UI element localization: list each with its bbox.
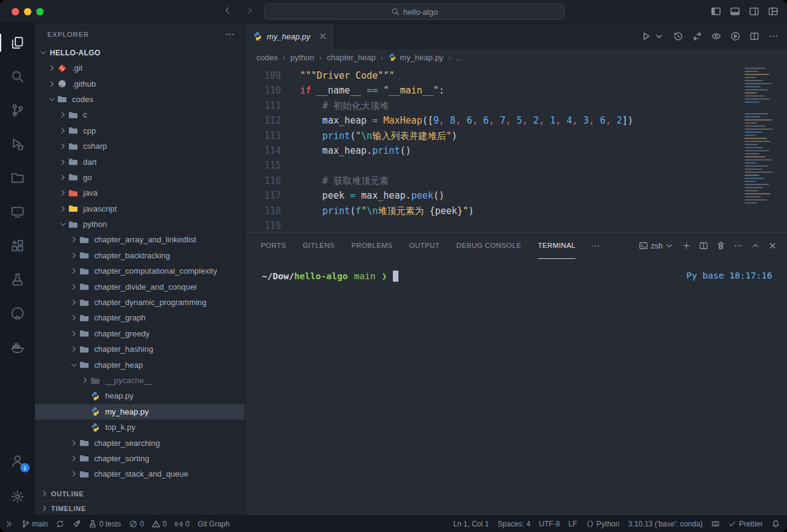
tree-item-python[interactable]: python xyxy=(35,216,245,232)
activitybar-settings[interactable] xyxy=(0,480,35,514)
tree-item-my-heap-py[interactable]: my_heap.py xyxy=(35,404,245,419)
section-timeline[interactable]: TIMELINE xyxy=(35,501,245,515)
git-sync[interactable] xyxy=(56,520,65,528)
zoom-window-button[interactable] xyxy=(36,8,44,15)
prettier[interactable]: Prettier xyxy=(728,520,762,528)
activitybar-docker[interactable] xyxy=(0,330,35,364)
activitybar-folders[interactable] xyxy=(0,161,35,195)
panel-tab-problems[interactable]: PROBLEMS xyxy=(351,232,392,259)
terminal[interactable]: ~/Dow/hello-algomain❯ Py base 18:17:16 xyxy=(245,259,787,515)
tree-item-javascript[interactable]: javascript xyxy=(35,201,245,216)
tree-item-c[interactable]: c xyxy=(35,107,245,122)
forwarded-ports[interactable]: 0 xyxy=(175,520,189,528)
problems-errors[interactable]: 0 xyxy=(129,520,144,528)
kill-terminal[interactable] xyxy=(716,241,726,250)
extension-status[interactable] xyxy=(711,520,720,528)
breadcrumb-[interactable]: ... xyxy=(456,53,462,62)
tree-item-git[interactable]: .git xyxy=(35,60,245,76)
editor-tab-my-heap-py[interactable]: my_heap.py xyxy=(245,23,335,49)
tree-item-top-k-py[interactable]: top_k.py xyxy=(35,419,245,435)
tree-item-chapter-hashing[interactable]: chapter_hashing xyxy=(35,341,245,357)
tree-item-pycache[interactable]: __pycache__ xyxy=(35,373,245,388)
activitybar-extensions[interactable] xyxy=(0,229,35,263)
minimap[interactable] xyxy=(745,68,784,205)
split-editor[interactable] xyxy=(749,31,759,41)
tree-item-cpp[interactable]: cpp xyxy=(35,123,245,138)
tree-root-hello-algo[interactable]: HELLO-ALGO xyxy=(35,45,245,60)
tree-item-go[interactable]: go xyxy=(35,170,245,185)
tree-item-chapter-dynamic-programming[interactable]: chapter_dynamic_programming xyxy=(35,295,245,310)
activitybar-remote-explorer[interactable] xyxy=(0,195,35,229)
code-editor[interactable]: 109"""Driver Code"""110if __name__ == "_… xyxy=(245,65,787,232)
more-actions[interactable] xyxy=(769,31,778,41)
language-mode[interactable]: Python xyxy=(586,520,620,528)
tree-item-chapter-heap[interactable]: chapter_heap xyxy=(35,357,245,372)
open-changes[interactable] xyxy=(692,31,702,41)
panel-tab-terminal[interactable]: TERMINAL xyxy=(538,232,575,259)
breadcrumb-chapter-heap[interactable]: chapter_heap xyxy=(326,53,376,62)
toggle-blame[interactable] xyxy=(711,31,721,41)
go-back-button[interactable] xyxy=(223,6,232,18)
activitybar-run-and-debug[interactable] xyxy=(0,127,35,161)
testing-status[interactable]: 0 tests xyxy=(89,520,121,528)
run-python-file[interactable] xyxy=(641,31,651,41)
tree-item-heap-py[interactable]: heap.py xyxy=(35,388,245,403)
command-center-search[interactable]: hello-algo xyxy=(264,4,564,20)
tree-item-csharp[interactable]: csharp xyxy=(35,138,245,154)
git-graph[interactable]: Git Graph xyxy=(197,520,229,528)
go-forward-button[interactable] xyxy=(245,6,255,18)
profile-dropdown[interactable] xyxy=(665,241,674,250)
panel-tab-ports[interactable]: PORTS xyxy=(261,232,286,259)
panel-tab-debug-console[interactable]: DEBUG CONSOLE xyxy=(456,232,521,259)
indentation[interactable]: Spaces: 4 xyxy=(497,520,530,528)
eol[interactable]: LF xyxy=(569,520,577,528)
git-branch[interactable]: main xyxy=(22,520,49,528)
new-terminal[interactable] xyxy=(682,241,691,250)
more-actions-icon[interactable] xyxy=(225,30,235,39)
tree-item-github[interactable]: .github xyxy=(35,76,245,91)
gitlens-launchpad[interactable] xyxy=(73,520,81,528)
activitybar-search[interactable] xyxy=(0,60,35,93)
tree-item-chapter-computational-complexity[interactable]: chapter_computational_complexity xyxy=(35,263,245,279)
gitlens-graph[interactable] xyxy=(730,31,740,41)
notifications[interactable] xyxy=(772,520,780,528)
tree-item-chapter-array-and-linkedlist[interactable]: chapter_array_and_linkedlist xyxy=(35,232,245,247)
activitybar-source-control[interactable] xyxy=(0,93,35,127)
layout-sidebar-left-icon[interactable] xyxy=(711,6,721,17)
problems-warnings[interactable]: 0 xyxy=(152,520,167,528)
layout-sidebar-right-icon[interactable] xyxy=(749,6,759,17)
activitybar-testing[interactable] xyxy=(0,263,35,296)
layout-grid-icon[interactable] xyxy=(768,6,778,17)
breadcrumb-python[interactable]: python xyxy=(290,53,314,62)
tree-item-chapter-stack-and-queue[interactable]: chapter_stack_and_queue xyxy=(35,466,245,482)
file-history[interactable] xyxy=(673,31,683,41)
tree-item-dart[interactable]: dart xyxy=(35,154,245,169)
remote-indicator[interactable] xyxy=(5,520,14,528)
tree-item-chapter-divide-and-conquer[interactable]: chapter_divide_and_conquer xyxy=(35,279,245,294)
close-window-button[interactable] xyxy=(12,8,19,15)
close-tab-icon[interactable] xyxy=(318,32,327,41)
terminal-more-actions[interactable] xyxy=(734,241,743,250)
close-panel[interactable] xyxy=(768,241,777,250)
activitybar-accounts[interactable]: 1 xyxy=(0,444,35,478)
layout-panel-icon[interactable] xyxy=(730,6,740,17)
activitybar-github[interactable] xyxy=(0,296,35,330)
cursor-position[interactable]: Ln 1, Col 1 xyxy=(453,520,489,528)
tree-item-chapter-sorting[interactable]: chapter_sorting xyxy=(35,451,245,466)
split-terminal[interactable] xyxy=(699,241,708,250)
tree-item-chapter-backtracking[interactable]: chapter_backtracking xyxy=(35,248,245,263)
launch-profile[interactable]: zsh xyxy=(639,241,663,250)
section-outline[interactable]: OUTLINE xyxy=(35,486,245,501)
tree-item-java[interactable]: java xyxy=(35,185,245,200)
python-interpreter[interactable]: 3.10.13 ('base': conda) xyxy=(628,520,702,528)
tree-item-chapter-searching[interactable]: chapter_searching xyxy=(35,435,245,450)
breadcrumb-my-heap-py[interactable]: my_heap.py xyxy=(388,53,443,62)
panel-tab-output[interactable]: OUTPUT xyxy=(409,232,440,259)
maximize-panel[interactable] xyxy=(751,241,760,250)
run-options[interactable] xyxy=(654,31,664,41)
minimize-window-button[interactable] xyxy=(24,8,31,15)
activitybar-explorer[interactable] xyxy=(0,26,35,60)
encoding[interactable]: UTF-8 xyxy=(539,520,560,528)
panel-tabs-overflow-icon[interactable] xyxy=(590,241,600,251)
tree-item-codes[interactable]: codes xyxy=(35,92,245,107)
